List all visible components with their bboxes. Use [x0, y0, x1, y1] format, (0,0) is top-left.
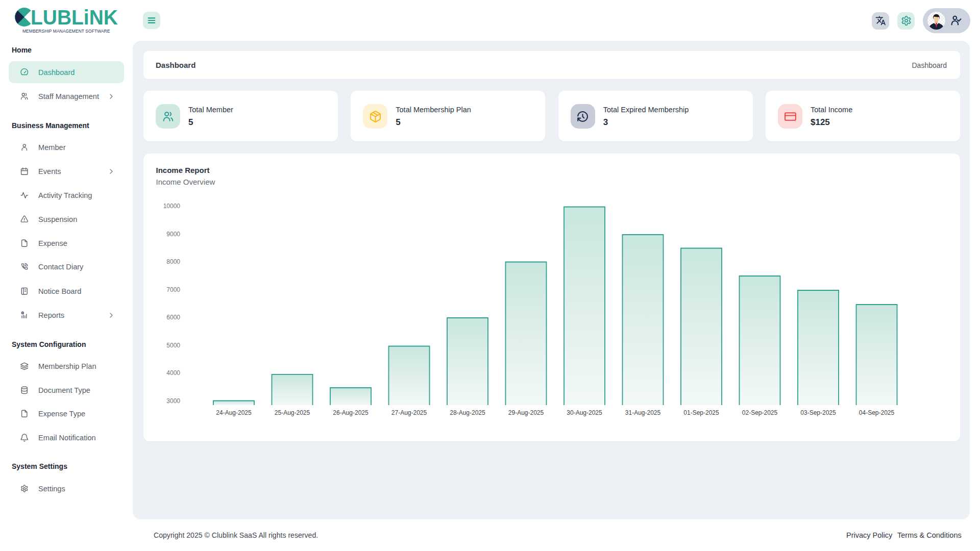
svg-text:30-Aug-2025: 30-Aug-2025 — [567, 409, 602, 416]
svg-text:02-Sep-2025: 02-Sep-2025 — [742, 409, 778, 416]
svg-text:27-Aug-2025: 27-Aug-2025 — [391, 409, 427, 416]
svg-text:28-Aug-2025: 28-Aug-2025 — [450, 409, 485, 416]
svg-text:8000: 8000 — [166, 258, 180, 265]
svg-text:25-Aug-2025: 25-Aug-2025 — [275, 409, 310, 416]
svg-text:3000: 3000 — [166, 397, 180, 405]
svg-text:03-Sep-2025: 03-Sep-2025 — [800, 409, 836, 416]
svg-text:5000: 5000 — [166, 342, 180, 349]
svg-text:24-Aug-2025: 24-Aug-2025 — [216, 409, 252, 416]
svg-text:10000: 10000 — [163, 203, 181, 210]
svg-text:04-Sep-2025: 04-Sep-2025 — [859, 409, 895, 416]
svg-text:9000: 9000 — [166, 231, 180, 238]
svg-text:26-Aug-2025: 26-Aug-2025 — [333, 409, 369, 416]
svg-text:7000: 7000 — [166, 286, 180, 293]
svg-text:01-Sep-2025: 01-Sep-2025 — [683, 409, 719, 416]
svg-text:29-Aug-2025: 29-Aug-2025 — [508, 409, 544, 416]
svg-text:4000: 4000 — [166, 369, 180, 377]
svg-text:31-Aug-2025: 31-Aug-2025 — [625, 409, 661, 416]
svg-text:6000: 6000 — [166, 314, 180, 321]
